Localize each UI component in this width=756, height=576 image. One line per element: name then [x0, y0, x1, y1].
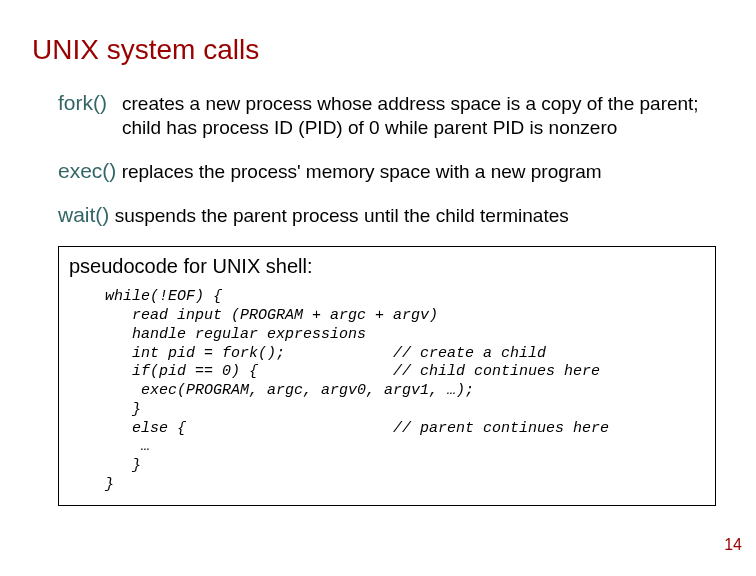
- syscall-wait: wait() suspends the parent process until…: [58, 202, 726, 228]
- syscall-desc-fork: creates a new process whose address spac…: [122, 93, 699, 138]
- syscall-exec: exec() replaces the process' memory spac…: [58, 158, 726, 184]
- pseudocode-title: pseudocode for UNIX shell:: [69, 255, 705, 278]
- syscall-name-exec: exec(): [58, 159, 116, 182]
- syscall-desc-wait: suspends the parent process until the ch…: [115, 205, 569, 226]
- slide-title: UNIX system calls: [32, 34, 726, 66]
- syscall-name-wait: wait(): [58, 203, 109, 226]
- syscall-fork: fork() creates a new process whose addre…: [58, 90, 726, 140]
- pseudocode-box: pseudocode for UNIX shell: while(!EOF) {…: [58, 246, 716, 506]
- pseudocode-body: while(!EOF) { read input (PROGRAM + argc…: [105, 288, 705, 494]
- syscall-name-fork: fork(): [58, 90, 107, 116]
- syscall-desc-exec: replaces the process' memory space with …: [122, 161, 602, 182]
- page-number: 14: [724, 536, 742, 554]
- slide: UNIX system calls fork() creates a new p…: [0, 0, 756, 576]
